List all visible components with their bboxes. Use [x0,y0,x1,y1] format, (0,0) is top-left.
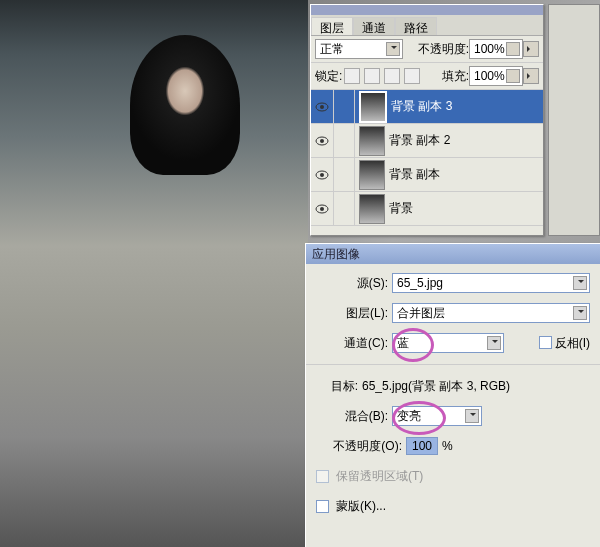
mask-checkbox[interactable] [316,500,329,513]
link-cell[interactable] [334,158,355,191]
target-value: 65_5.jpg(背景 副本 3, RGB) [362,378,510,395]
svg-point-3 [320,139,324,143]
lock-label: 锁定: [315,68,342,85]
dialog-titlebar[interactable]: 应用图像 [306,244,600,264]
layer-item[interactable]: 背景 副本 [311,158,543,192]
layer-thumbnail[interactable] [359,194,385,224]
opacity-unit: % [442,438,453,455]
channel-label: 通道(C): [316,335,388,352]
layer-select[interactable]: 合并图层 [392,303,590,323]
opacity-input[interactable]: 100 [406,437,438,455]
svg-point-5 [320,173,324,177]
source-select[interactable]: 65_5.jpg [392,273,590,293]
layer-name[interactable]: 背景 副本 2 [389,132,543,149]
svg-point-7 [320,207,324,211]
tab-paths[interactable]: 路径 [395,17,437,35]
workspace: 图层 通道 路径 正常 不透明度: 100% 锁定: 填充: 100% 背景 [0,0,600,547]
layer-name[interactable]: 背景 [389,200,543,217]
fill-flyout-button[interactable] [523,68,539,84]
layer-thumbnail[interactable] [359,160,385,190]
preserve-transparency-checkbox[interactable] [316,470,329,483]
visibility-toggle[interactable] [311,90,334,123]
lock-row: 锁定: 填充: 100% [311,63,543,90]
lock-transparency-icon[interactable] [344,68,360,84]
target-label: 目标: [316,378,358,395]
layers-panel: 图层 通道 路径 正常 不透明度: 100% 锁定: 填充: 100% 背景 [310,4,544,236]
visibility-toggle[interactable] [311,192,334,225]
blend-row: 正常 不透明度: 100% [311,36,543,63]
layer-thumbnail[interactable] [359,126,385,156]
layer-label: 图层(L): [316,305,388,322]
preserve-transparency-label: 保留透明区域(T) [336,468,423,485]
invert-label: 反相(I) [555,335,590,352]
blend-mode-select[interactable]: 正常 [315,39,403,59]
svg-point-1 [320,105,324,109]
source-label: 源(S): [316,275,388,292]
tab-channels[interactable]: 通道 [353,17,395,35]
layer-item[interactable]: 背景 [311,192,543,226]
link-cell[interactable] [334,124,355,157]
layer-list: 背景 副本 3 背景 副本 2 背景 副本 背景 [311,90,543,230]
document-image [0,0,308,547]
fill-label: 填充: [442,68,469,85]
opacity-label: 不透明度(O): [316,438,402,455]
lock-all-icon[interactable] [404,68,420,84]
lock-pixels-icon[interactable] [364,68,380,84]
panel-tabs: 图层 通道 路径 [311,15,543,36]
mask-label: 蒙版(K)... [336,498,386,515]
opacity-label: 不透明度: [418,41,469,58]
layer-name[interactable]: 背景 副本 3 [391,98,543,115]
fill-field[interactable]: 100% [469,66,523,86]
layer-item[interactable]: 背景 副本 2 [311,124,543,158]
channel-select[interactable]: 蓝 [392,333,504,353]
apply-image-dialog: 应用图像 源(S): 65_5.jpg 图层(L): 合并图层 通道(C): 蓝… [305,243,600,547]
opacity-flyout-button[interactable] [523,41,539,57]
lock-position-icon[interactable] [384,68,400,84]
link-cell[interactable] [334,90,355,123]
panel-titlebar[interactable] [311,5,543,15]
tab-layers[interactable]: 图层 [311,17,353,35]
link-cell[interactable] [334,192,355,225]
layer-item[interactable]: 背景 副本 3 [311,90,543,124]
opacity-field[interactable]: 100% [469,39,523,59]
panel-dock [548,4,600,236]
invert-checkbox[interactable] [539,336,552,349]
blend-label: 混合(B): [316,408,388,425]
layer-name[interactable]: 背景 副本 [389,166,543,183]
visibility-toggle[interactable] [311,158,334,191]
layer-thumbnail[interactable] [359,91,387,123]
blend-select[interactable]: 变亮 [392,406,482,426]
visibility-toggle[interactable] [311,124,334,157]
